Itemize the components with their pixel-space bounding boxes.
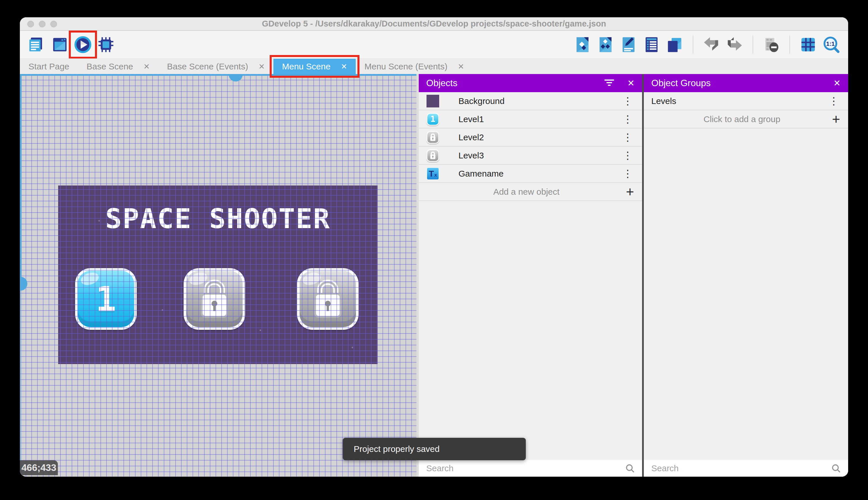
redo-icon[interactable] xyxy=(726,36,743,54)
kebab-menu-icon[interactable]: ⋮ xyxy=(620,132,636,143)
vertical-scroll-indicator[interactable] xyxy=(20,74,22,284)
object-thumbnail xyxy=(426,94,439,108)
debug-icon[interactable] xyxy=(97,36,115,54)
tab-label: Start Page xyxy=(28,61,69,71)
add-new-object-row[interactable]: Add a new object + xyxy=(419,183,642,201)
tab-label: Base Scene (Events) xyxy=(167,61,248,71)
search-icon[interactable] xyxy=(625,463,635,474)
star-speck xyxy=(352,347,353,348)
editor-content: SPACE SHOOTER 1 xyxy=(20,74,848,477)
kebab-menu-icon[interactable]: ⋮ xyxy=(826,96,842,106)
tab-menu-scene[interactable]: Menu Scene ✕ xyxy=(273,59,356,74)
tab-base-scene-events[interactable]: Base Scene (Events) ✕ xyxy=(158,59,273,74)
close-icon[interactable]: ✕ xyxy=(833,79,841,88)
toggle-grid-icon[interactable] xyxy=(799,36,817,54)
horizontal-scroll-knob[interactable] xyxy=(229,74,243,81)
game-title-text-object[interactable]: SPACE SHOOTER xyxy=(58,203,378,235)
tab-label: Base Scene xyxy=(86,61,133,71)
lock-icon xyxy=(310,279,345,319)
filter-icon[interactable] xyxy=(604,79,615,87)
close-icon[interactable]: ✕ xyxy=(627,79,635,88)
tab-label: Menu Scene xyxy=(282,61,330,71)
toast-message: Project properly saved xyxy=(354,444,439,454)
star-speck xyxy=(260,329,261,331)
main-toolbar: 1:1 xyxy=(20,31,848,58)
object-groups-panel-header: Object Groups ✕ xyxy=(644,74,848,92)
add-object-icon[interactable] xyxy=(574,36,591,54)
toolbar-separator xyxy=(753,35,753,54)
mask-deselect-icon[interactable] xyxy=(762,36,780,54)
vertical-scroll-indicator-faded xyxy=(20,284,22,477)
star-speck xyxy=(213,212,215,213)
toolbar-separator xyxy=(693,35,693,54)
object-row-level1[interactable]: 1 Level1 ⋮ xyxy=(419,110,642,128)
toolbar-left-group xyxy=(28,36,115,54)
editor-tab-bar: Start Page Base Scene ✕ Base Scene (Even… xyxy=(20,58,848,74)
groups-search-input[interactable] xyxy=(651,463,831,474)
objects-panel-header: Objects ✕ xyxy=(419,74,642,92)
object-thumbnail xyxy=(426,131,439,144)
level1-button-object[interactable]: 1 xyxy=(75,268,137,330)
objects-search-input[interactable] xyxy=(426,463,625,474)
scene-canvas[interactable]: SPACE SHOOTER 1 xyxy=(20,74,417,477)
objects-panel: Objects ✕ Background ⋮ 1 Level1 ⋮ xyxy=(419,74,642,477)
play-preview-icon[interactable] xyxy=(74,36,92,54)
object-groups-panel: Object Groups ✕ Levels ⋮ Click to add a … xyxy=(644,74,848,477)
screenshot-stage: GDevelop 5 - /Users/dkarakay/Documents/G… xyxy=(0,0,868,500)
vertical-scroll-knob[interactable] xyxy=(20,277,27,291)
objects-panel-title: Objects xyxy=(426,78,604,88)
undo-icon[interactable] xyxy=(703,36,720,54)
kebab-menu-icon[interactable]: ⋮ xyxy=(620,150,636,161)
star-speck xyxy=(162,309,163,311)
close-window-button[interactable] xyxy=(27,21,34,27)
tab-close-icon[interactable]: ✕ xyxy=(458,63,464,70)
groups-search-bar xyxy=(644,460,848,477)
kebab-menu-icon[interactable]: ⋮ xyxy=(620,96,636,106)
objects-search-bar xyxy=(419,460,642,477)
object-groups-panel-title: Object Groups xyxy=(651,78,833,88)
tab-close-icon[interactable]: ✕ xyxy=(258,63,265,70)
project-manager-icon[interactable] xyxy=(28,36,46,54)
star-speck xyxy=(98,220,100,221)
scene-background-object[interactable]: SPACE SHOOTER 1 xyxy=(58,185,378,364)
object-row-level2[interactable]: Level2 ⋮ xyxy=(419,128,642,147)
object-thumbnail: 1 xyxy=(426,113,439,126)
tab-menu-scene-events[interactable]: Menu Scene (Events) ✕ xyxy=(356,59,472,74)
objects-panel-empty-area xyxy=(419,201,642,460)
level2-locked-button-object[interactable] xyxy=(184,268,245,330)
layers-icon[interactable] xyxy=(666,36,683,54)
object-thumbnail xyxy=(426,149,439,162)
plus-icon[interactable]: + xyxy=(832,112,840,126)
object-row-level3[interactable]: Level3 ⋮ xyxy=(419,147,642,165)
cursor-coordinates-badge: 466;433 xyxy=(20,460,58,475)
tab-base-scene[interactable]: Base Scene ✕ xyxy=(78,59,159,74)
object-thumbnail: Tx xyxy=(426,167,439,180)
group-row-levels[interactable]: Levels ⋮ xyxy=(644,92,848,110)
search-icon[interactable] xyxy=(831,463,841,474)
edit-scene-properties-icon[interactable] xyxy=(620,36,637,54)
window-title: GDevelop 5 - /Users/dkarakay/Documents/G… xyxy=(262,19,606,29)
tab-start-page[interactable]: Start Page xyxy=(20,59,78,74)
kebab-menu-icon[interactable]: ⋮ xyxy=(620,114,636,124)
title-bar: GDevelop 5 - /Users/dkarakay/Documents/G… xyxy=(20,17,848,31)
add-multiple-objects-icon[interactable] xyxy=(597,36,614,54)
plus-icon[interactable]: + xyxy=(626,185,634,199)
gdevelop-window: GDevelop 5 - /Users/dkarakay/Documents/G… xyxy=(20,17,848,477)
object-row-gamename[interactable]: Tx Gamename ⋮ xyxy=(419,165,642,183)
tab-close-icon[interactable]: ✕ xyxy=(341,63,347,70)
minimize-window-button[interactable] xyxy=(39,21,46,27)
star-speck xyxy=(326,226,327,227)
tab-close-icon[interactable]: ✕ xyxy=(144,63,150,70)
kebab-menu-icon[interactable]: ⋮ xyxy=(620,169,636,179)
panel-divider[interactable] xyxy=(417,74,419,477)
horizontal-scroll-indicator[interactable] xyxy=(20,74,417,76)
zoom-window-button[interactable] xyxy=(50,21,57,27)
save-toast: Project properly saved xyxy=(343,438,526,460)
add-group-row[interactable]: Click to add a group + xyxy=(644,110,848,128)
objects-properties-list-icon[interactable] xyxy=(643,36,660,54)
scene-window-icon[interactable] xyxy=(51,36,69,54)
object-row-background[interactable]: Background ⋮ xyxy=(419,92,642,110)
zoom-one-to-one-icon[interactable]: 1:1 xyxy=(822,36,840,54)
level3-locked-button-object[interactable] xyxy=(297,268,359,330)
groups-panel-empty-area xyxy=(644,128,848,460)
